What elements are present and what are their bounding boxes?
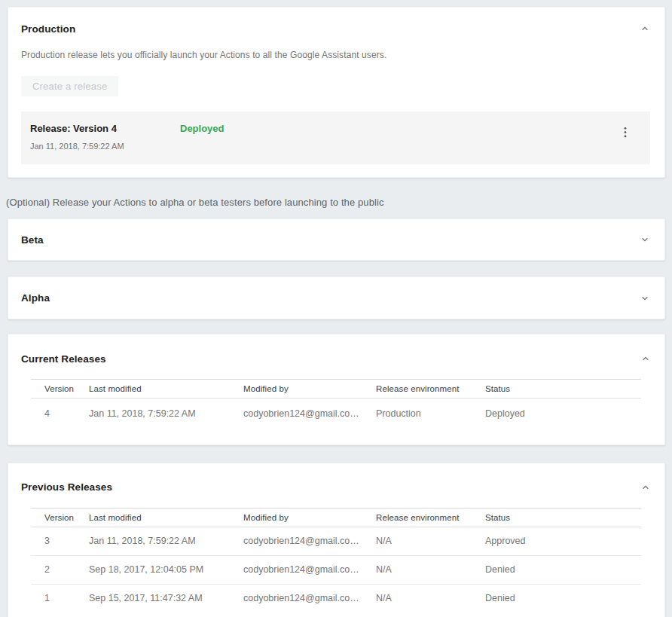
chevron-up-icon [640,481,652,493]
cell-last-modified: Jan 11, 2018, 7:59:22 AM [89,399,243,429]
production-collapse-button[interactable] [638,22,652,35]
release-title: Release: Version 4 [30,123,180,134]
beta-section-card[interactable]: Beta [8,218,665,261]
column-header-release-environment: Release environment [376,508,485,527]
chevron-down-icon [639,234,651,246]
release-status-badge: Deployed [180,123,225,134]
production-section-card: Production Production release lets you o… [8,7,665,178]
release-title-line: Release: Version 4 Deployed [30,123,619,134]
column-header-last-modified: Last modified [89,508,243,527]
table-row: 2 Sep 18, 2017, 12:04:05 PM codyobrien12… [31,555,641,584]
alpha-section-title: Alpha [21,292,50,304]
cell-status: Approved [485,527,641,555]
release-menu-button[interactable] [619,126,632,139]
previous-releases-collapse-button[interactable] [639,481,652,494]
chevron-up-icon [640,353,652,365]
release-info: Release: Version 4 Deployed Jan 11, 2018… [30,123,619,151]
releases-page: Production Production release lets you o… [0,0,672,617]
previous-releases-table: Version Last modified Modified by Releas… [31,508,641,613]
column-header-status: Status [485,508,641,527]
alpha-expand-button[interactable] [638,292,652,305]
release-date: Jan 11, 2018, 7:59:22 AM [30,142,619,151]
current-releases-card: Current Releases Version Last modified M… [8,334,665,445]
cell-release-environment: N/A [376,555,485,584]
cell-version: 1 [31,584,89,612]
column-header-last-modified: Last modified [89,380,243,399]
cell-modified-by: codyobrien124@gmail.co… [243,584,376,612]
previous-releases-card: Previous Releases Version Last modified … [8,463,665,617]
alpha-section-card[interactable]: Alpha [8,276,665,319]
beta-expand-button[interactable] [638,233,652,246]
optional-testing-note: (Optional) Release your Actions to alpha… [6,197,665,208]
beta-section-title: Beta [21,234,44,246]
chevron-up-icon [639,23,651,35]
cell-last-modified: Sep 18, 2017, 12:04:05 PM [89,555,243,584]
more-vert-icon [619,126,631,139]
previous-releases-header: Previous Releases [21,481,652,494]
table-row: 1 Sep 15, 2017, 11:47:32 AM codyobrien12… [31,584,641,612]
create-release-button[interactable]: Create a release [21,76,118,96]
column-header-release-environment: Release environment [376,380,485,399]
current-releases-collapse-button[interactable] [639,352,652,365]
current-releases-table: Version Last modified Modified by Releas… [31,379,641,429]
production-description: Production release lets you officially l… [21,50,652,60]
cell-version: 4 [31,399,89,429]
table-header-row: Version Last modified Modified by Releas… [31,380,641,399]
production-section-title: Production [21,23,75,35]
cell-release-environment: N/A [376,584,485,612]
chevron-down-icon [639,292,651,304]
previous-releases-title: Previous Releases [21,481,112,493]
current-releases-title: Current Releases [21,353,106,365]
production-release-row: Release: Version 4 Deployed Jan 11, 2018… [21,111,650,164]
column-header-modified-by: Modified by [243,508,376,527]
column-header-version: Version [31,380,89,399]
cell-status: Deployed [485,399,641,429]
cell-status: Denied [485,555,641,584]
cell-modified-by: codyobrien124@gmail.co… [243,399,376,429]
column-header-status: Status [485,380,641,399]
table-row: 4 Jan 11, 2018, 7:59:22 AM codyobrien124… [31,399,641,429]
column-header-modified-by: Modified by [243,380,376,399]
cell-last-modified: Sep 15, 2017, 11:47:32 AM [89,584,243,612]
cell-status: Denied [485,584,641,612]
table-row: 3 Jan 11, 2018, 7:59:22 AM codyobrien124… [31,527,641,555]
cell-version: 3 [31,527,89,555]
cell-release-environment: Production [376,399,485,429]
production-section-header: Production [21,22,652,35]
column-header-version: Version [31,508,89,527]
cell-modified-by: codyobrien124@gmail.co… [243,555,376,584]
table-header-row: Version Last modified Modified by Releas… [31,508,641,527]
cell-last-modified: Jan 11, 2018, 7:59:22 AM [89,527,243,555]
cell-modified-by: codyobrien124@gmail.co… [243,527,376,555]
cell-release-environment: N/A [376,527,485,555]
current-releases-header: Current Releases [21,352,652,365]
cell-version: 2 [31,555,89,584]
